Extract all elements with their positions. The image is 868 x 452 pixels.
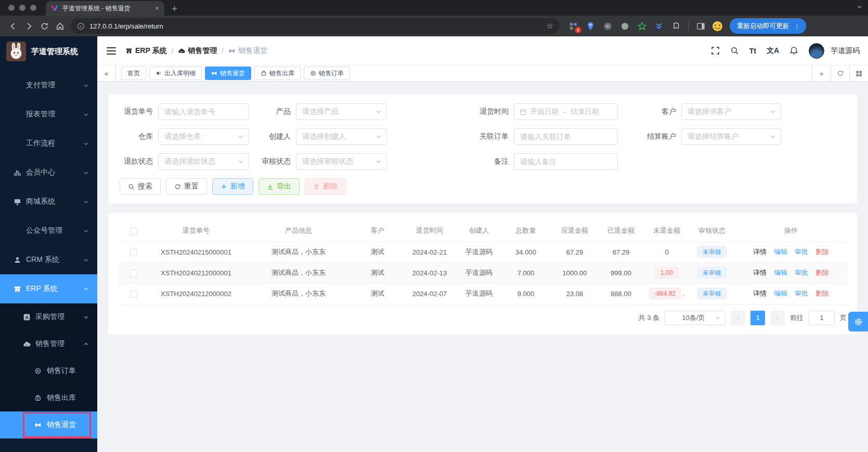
product-select[interactable]: 请选择产品 xyxy=(296,103,387,120)
sidebar-item-report[interactable]: 报表管理 xyxy=(0,100,97,129)
settings-fab[interactable] xyxy=(848,312,868,331)
edit-link[interactable]: 编辑 xyxy=(774,289,787,298)
tab-close-icon[interactable]: × xyxy=(155,4,159,12)
settle-account-select[interactable]: 请选择结算账户 xyxy=(681,128,781,145)
tabs-scroll-right-icon[interactable]: » xyxy=(812,65,831,81)
refund-status-select[interactable]: 请选择退款状态 xyxy=(158,153,249,170)
approve-link[interactable]: 审批 xyxy=(795,268,808,277)
extension-chevrons-icon[interactable] xyxy=(654,21,664,31)
extension-coin-icon[interactable] xyxy=(602,21,613,31)
chevron-down-icon xyxy=(83,314,89,320)
delete-link[interactable]: 删除 xyxy=(815,289,829,298)
tab-search-chevron-icon[interactable] xyxy=(857,4,863,10)
window-traffic-lights[interactable] xyxy=(8,5,36,11)
forward-icon[interactable] xyxy=(21,18,36,34)
export-button[interactable]: 导出 xyxy=(258,178,300,195)
goto-page-input[interactable] xyxy=(809,311,835,325)
next-page-button[interactable]: › xyxy=(770,311,785,325)
reload-icon[interactable] xyxy=(36,18,52,34)
sidebar-item-sale-return[interactable]: 销售退货 xyxy=(0,411,97,438)
collapse-menu-icon[interactable] xyxy=(107,47,116,55)
sidebar-logo-row[interactable]: 芋道管理系统 xyxy=(0,36,97,67)
audit-status-select[interactable]: 请选择审核状态 xyxy=(296,153,387,170)
sidebar-item-payment[interactable]: 支付管理 xyxy=(0,71,97,100)
row-checkbox[interactable] xyxy=(130,249,137,256)
user-avatar[interactable] xyxy=(809,43,824,59)
sidebar-item-sale-out[interactable]: 销售出库 xyxy=(0,384,97,411)
new-tab-button[interactable]: + xyxy=(172,2,177,16)
current-page[interactable]: 1 xyxy=(750,311,765,325)
sidebar-item-purchase[interactable]: A 采购管理 xyxy=(0,303,97,330)
layout-grid-icon[interactable] xyxy=(849,65,868,81)
page-size-select[interactable]: 10条/页 xyxy=(665,311,726,325)
delete-link[interactable]: 删除 xyxy=(815,268,829,277)
delete-button[interactable]: 删除 xyxy=(305,178,346,195)
detail-link[interactable]: 详情 xyxy=(753,247,767,257)
extensions-puzzle-icon[interactable] xyxy=(671,21,681,31)
bell-icon[interactable] xyxy=(789,46,798,55)
tab-sale-out[interactable]: 销售出库 xyxy=(254,67,301,80)
select-all-checkbox[interactable] xyxy=(130,228,137,235)
prev-page-button[interactable]: ‹ xyxy=(731,311,745,325)
profile-emoji-icon[interactable] xyxy=(712,21,722,31)
site-info-icon[interactable] xyxy=(77,22,85,30)
customer-select[interactable]: 请选择供客户 xyxy=(681,103,781,120)
tab-inout-detail[interactable]: 出入库明细 xyxy=(149,67,202,80)
col-product: 产品信息 xyxy=(243,220,354,242)
add-button[interactable]: 新增 xyxy=(212,178,253,195)
col-customer: 客户 xyxy=(354,220,401,242)
address-bar[interactable]: 127.0.0.1/erp/sale/return ☆ xyxy=(71,18,560,34)
creator-select[interactable]: 请选择创建人 xyxy=(296,128,387,145)
sidebar-item-sales[interactable]: 销售管理 xyxy=(0,330,97,357)
bookmark-star-icon[interactable]: ☆ xyxy=(547,21,553,31)
row-checkbox[interactable] xyxy=(130,290,137,298)
extension-balloon-icon[interactable] xyxy=(585,21,595,31)
return-no-input[interactable] xyxy=(158,103,249,120)
related-order-input[interactable] xyxy=(514,128,618,145)
tab-home[interactable]: 首页 xyxy=(121,67,146,80)
kebab-menu-icon[interactable]: ⋮ xyxy=(794,22,800,30)
side-panel-icon[interactable] xyxy=(695,21,706,31)
chrome-update-button[interactable]: 重新启动即可更新 ⋮ xyxy=(730,18,806,34)
remark-input[interactable] xyxy=(514,153,618,170)
username[interactable]: 芋道源码 xyxy=(831,46,860,56)
home-icon[interactable] xyxy=(52,18,68,34)
refresh-icon[interactable] xyxy=(831,65,849,81)
back-icon[interactable] xyxy=(5,18,21,34)
sidebar-item-crm[interactable]: CRM 系统 xyxy=(0,245,97,274)
sidebar-item-workflow[interactable]: 工作流程 xyxy=(0,129,97,158)
tab-sale-return[interactable]: 销售退货 xyxy=(205,67,251,80)
edit-link[interactable]: 编辑 xyxy=(774,268,787,277)
language-icon[interactable]: 文A xyxy=(767,46,779,56)
breadcrumb-sales[interactable]: 销售管理 xyxy=(178,46,217,56)
sidebar-item-mall[interactable]: 商城系统 xyxy=(0,187,97,216)
fullscreen-icon[interactable] xyxy=(711,46,720,55)
browser-tab[interactable]: 芋道管理系统 - 销售退货 × xyxy=(46,1,164,16)
search-button[interactable]: 搜索 xyxy=(120,178,161,195)
url-text[interactable]: 127.0.0.1/erp/sale/return xyxy=(89,22,542,30)
reset-button[interactable]: 重置 xyxy=(166,178,207,195)
monitor-icon xyxy=(14,198,22,206)
extension-grid-icon[interactable]: 6 xyxy=(568,21,578,31)
approve-link[interactable]: 审批 xyxy=(795,247,808,257)
tab-sale-order[interactable]: 销售订单 xyxy=(304,67,350,80)
sidebar-item-sale-order[interactable]: 销售订单 xyxy=(0,357,97,384)
sidebar-item-member[interactable]: 会员中心 xyxy=(0,158,97,187)
return-date-range[interactable]: 开始日期 – 结束日期 xyxy=(514,103,618,120)
extension-star-icon[interactable] xyxy=(637,21,647,31)
font-size-icon[interactable]: Tt xyxy=(749,47,756,55)
warehouse-select[interactable]: 请选择仓库 xyxy=(158,128,249,145)
sidebar-item-erp[interactable]: ERP 系统 xyxy=(0,274,97,303)
edit-link[interactable]: 编辑 xyxy=(774,247,787,257)
delete-link[interactable]: 删除 xyxy=(815,247,829,257)
filter-card: 退货单号 产品 请选择产品 退货时间 开始日 xyxy=(108,94,858,204)
detail-link[interactable]: 详情 xyxy=(753,289,767,298)
sidebar-item-wechat[interactable]: 公众号管理 xyxy=(0,216,97,245)
breadcrumb-erp[interactable]: ERP 系统 xyxy=(125,46,166,56)
extension-ring-icon[interactable] xyxy=(619,21,630,31)
search-icon[interactable] xyxy=(730,46,739,55)
detail-link[interactable]: 详情 xyxy=(753,268,767,277)
approve-link[interactable]: 审批 xyxy=(795,289,808,298)
row-checkbox[interactable] xyxy=(130,270,137,277)
tabs-scroll-left-icon[interactable]: « xyxy=(97,65,116,81)
